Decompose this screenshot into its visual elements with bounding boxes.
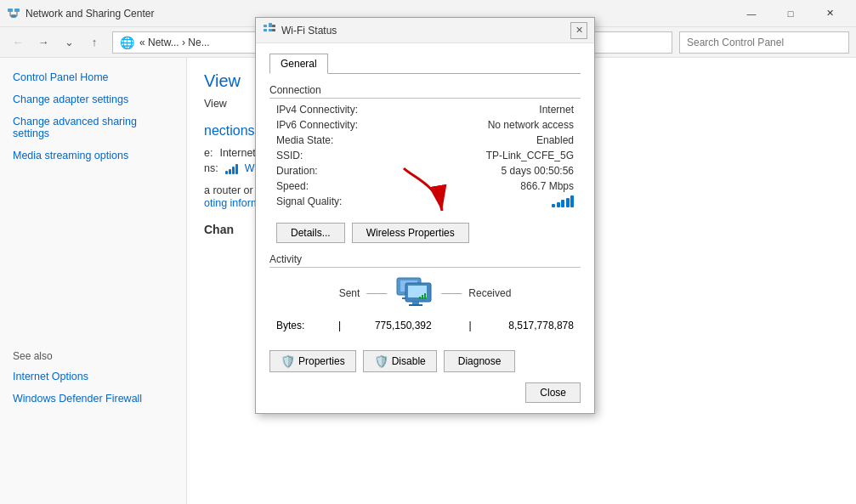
- footer-buttons: 🛡️ Properties 🛡️ Disable Diagnose: [256, 343, 594, 382]
- sidebar-item-defender-firewall[interactable]: Windows Defender Firewall: [0, 388, 186, 410]
- ipv6-row: IPv6 Connectivity: No network access: [269, 117, 581, 133]
- ssid-value: TP-Link_CCFE_5G: [486, 150, 574, 161]
- bytes-row: Bytes: | 775,150,392 | 8,517,778,878: [269, 318, 581, 333]
- received-label: Received: [468, 287, 511, 299]
- network-computers-icon: [394, 275, 434, 311]
- internet-type-value: Internet: [219, 147, 255, 159]
- svg-rect-12: [272, 29, 275, 31]
- ssid-label: SSID:: [276, 150, 303, 161]
- signal-label: Signal Quality:: [276, 195, 342, 207]
- svg-rect-9: [264, 29, 267, 31]
- dialog-close-x-button[interactable]: ✕: [570, 22, 587, 39]
- wifi-dialog-icon: [263, 22, 276, 38]
- bytes-sent: 775,150,392: [375, 320, 432, 331]
- speed-label: Speed:: [276, 180, 309, 192]
- ipv6-value: No network access: [488, 119, 574, 131]
- svg-rect-8: [269, 23, 272, 27]
- sidebar-item-change-adapter[interactable]: Change adapter settings: [0, 88, 186, 110]
- ipv4-label: IPv4 Connectivity:: [276, 104, 358, 116]
- shield-icon-2: 🛡️: [374, 354, 388, 368]
- dialog-tab-bar: General: [269, 54, 581, 74]
- diagnose-button[interactable]: Diagnose: [444, 350, 516, 372]
- disable-button[interactable]: 🛡️ Disable: [363, 350, 437, 372]
- duration-value: 5 days 00:50:56: [502, 165, 574, 177]
- wifi-signal-icon: [225, 162, 238, 174]
- sidebar: Control Panel Home Change adapter settin…: [0, 58, 187, 504]
- svg-rect-23: [424, 293, 426, 299]
- media-value: Enabled: [536, 134, 574, 146]
- change-heading: Chan: [204, 223, 234, 236]
- activity-section: Activity Sent ——: [269, 253, 581, 333]
- sent-label: Sent: [339, 287, 360, 299]
- wireless-properties-button[interactable]: Wireless Properties: [352, 223, 469, 243]
- sidebar-item-change-advanced[interactable]: Change advanced sharing settings: [0, 110, 186, 144]
- bytes-divider: |: [468, 320, 471, 331]
- connection-group: Connection IPv4 Connectivity: Internet I…: [269, 84, 581, 209]
- close-btn-row: Close: [256, 382, 594, 413]
- svg-rect-20: [409, 304, 422, 306]
- bytes-received: 8,517,778,878: [508, 320, 574, 331]
- sidebar-item-control-panel-home[interactable]: Control Panel Home: [0, 66, 186, 88]
- app-icon: [7, 7, 20, 20]
- back-button[interactable]: ←: [7, 31, 29, 54]
- svg-rect-19: [412, 302, 419, 304]
- ipv6-label: IPv6 Connectivity:: [276, 119, 358, 131]
- up-button[interactable]: ↑: [83, 31, 105, 54]
- details-button[interactable]: Details...: [276, 223, 345, 243]
- wifi-status-dialog: Wi-Fi Status ✕ General Connection IPv4 C…: [255, 17, 595, 414]
- connection-section-title: Connection: [269, 84, 581, 99]
- tab-general[interactable]: General: [269, 54, 328, 74]
- svg-rect-18: [408, 286, 427, 297]
- ipv4-value: Internet: [539, 104, 574, 116]
- svg-rect-21: [419, 297, 421, 299]
- forward-button[interactable]: →: [32, 31, 54, 54]
- connections-label: ns:: [204, 162, 218, 174]
- signal-quality-bars: [552, 195, 574, 207]
- window-controls: — □ ✕: [732, 0, 849, 27]
- speed-value: 866.7 Mbps: [520, 180, 574, 192]
- svg-rect-11: [272, 25, 275, 27]
- signal-row: Signal Quality:: [269, 194, 581, 209]
- network-address-icon: 🌐: [120, 36, 134, 49]
- sidebar-item-media-streaming[interactable]: Media streaming options: [0, 144, 186, 167]
- properties-button[interactable]: 🛡️ Properties: [269, 350, 356, 372]
- close-button[interactable]: Close: [525, 382, 581, 403]
- ssid-row: SSID: TP-Link_CCFE_5G: [269, 148, 581, 163]
- duration-label: Duration:: [276, 165, 318, 177]
- sidebar-item-internet-options[interactable]: Internet Options: [0, 365, 186, 388]
- media-state-row: Media State: Enabled: [269, 133, 581, 148]
- media-label: Media State:: [276, 134, 333, 146]
- activity-visual: Sent ——: [269, 275, 581, 311]
- dialog-title-text: Wi-Fi Status: [281, 25, 570, 37]
- duration-row: Duration: 5 days 00:50:56: [269, 163, 581, 178]
- activity-title: Activity: [269, 253, 581, 268]
- details-btn-row: Details... Wireless Properties: [269, 216, 581, 246]
- svg-rect-0: [8, 8, 13, 12]
- bytes-label: Bytes:: [276, 320, 304, 331]
- svg-rect-10: [269, 29, 272, 31]
- shield-icon: 🛡️: [281, 354, 295, 368]
- search-input[interactable]: [679, 31, 849, 54]
- see-also-heading: See also: [0, 350, 186, 362]
- dialog-title-bar: Wi-Fi Status ✕: [256, 18, 594, 43]
- svg-rect-1: [14, 8, 20, 12]
- maximize-button[interactable]: □: [771, 0, 810, 27]
- internet-type-label: e:: [204, 147, 213, 159]
- address-text: « Netw... › Ne...: [139, 37, 210, 48]
- close-button[interactable]: ✕: [810, 0, 849, 27]
- svg-rect-22: [422, 295, 423, 299]
- speed-row: Speed: 866.7 Mbps: [269, 178, 581, 194]
- dropdown-button[interactable]: ⌄: [58, 31, 80, 54]
- minimize-button[interactable]: —: [732, 0, 771, 27]
- ipv4-row: IPv4 Connectivity: Internet: [269, 102, 581, 117]
- dialog-body: General Connection IPv4 Connectivity: In…: [256, 43, 594, 343]
- svg-rect-7: [264, 25, 267, 27]
- bytes-separator: |: [338, 320, 341, 331]
